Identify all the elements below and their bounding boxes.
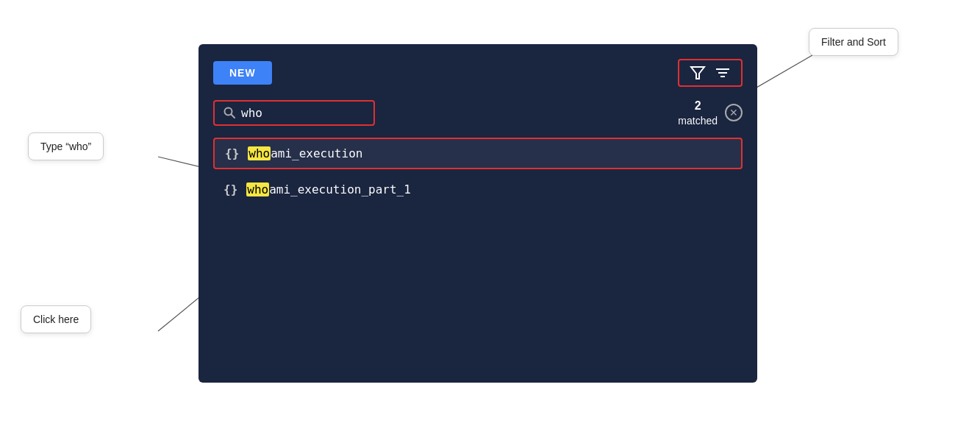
highlight-who: who <box>248 146 271 160</box>
match-info: 2 matched ✕ <box>678 99 743 127</box>
svg-marker-3 <box>691 67 704 79</box>
list-items: {} whoami_execution {} whoami_execution_… <box>213 138 743 204</box>
close-icon: ✕ <box>729 107 738 118</box>
search-row: who 2 matched ✕ <box>213 99 743 127</box>
top-row: NEW <box>213 59 743 87</box>
object-icon: {} <box>225 146 239 160</box>
highlight-who: who <box>246 182 269 196</box>
item-label: whoami_execution <box>248 146 362 160</box>
list-item[interactable]: {} whoami_execution_part_1 <box>213 175 743 204</box>
new-button[interactable]: NEW <box>213 61 272 85</box>
callout-type-who: Type “who” <box>28 132 104 160</box>
filter-sort-box[interactable] <box>678 59 743 87</box>
clear-search-button[interactable]: ✕ <box>725 104 743 121</box>
list-item[interactable]: {} whoami_execution <box>213 138 743 169</box>
callout-filter-sort: Filter and Sort <box>809 28 898 56</box>
item-label: whoami_execution_part_1 <box>246 182 411 196</box>
filter-icon <box>690 65 706 81</box>
search-box[interactable]: who <box>213 100 375 126</box>
callout-click-here: Click here <box>21 305 91 333</box>
search-icon <box>223 107 235 118</box>
search-value: who <box>241 106 262 120</box>
object-icon: {} <box>223 182 237 196</box>
sort-icon <box>715 66 731 79</box>
svg-line-8 <box>232 115 235 118</box>
match-count: 2 matched <box>678 99 718 127</box>
main-panel: NEW who 2 matched <box>198 44 757 383</box>
